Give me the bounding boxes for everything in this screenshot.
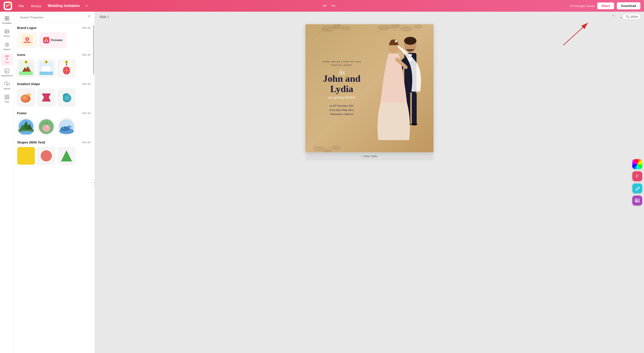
sidebar-item-objects-label: Objects — [3, 48, 10, 50]
svg-rect-41 — [66, 63, 67, 65]
shapes-grid — [17, 147, 92, 165]
edit-icon[interactable]: ✏ — [86, 4, 88, 8]
icon-2[interactable]: ♥ — [37, 59, 55, 77]
slide-label: Slide 1 — [99, 15, 109, 19]
undo-button[interactable]: ↩ — [323, 3, 327, 9]
brand-logos-see-all[interactable]: See all › — [82, 26, 92, 29]
frame-3[interactable] — [58, 118, 76, 136]
draw-tool[interactable] — [632, 183, 642, 193]
color-wheel-tool[interactable] — [632, 159, 642, 169]
font-tool[interactable]: F — [632, 171, 642, 181]
shapes-with-text-section: Shapes (With Text) See all › — [17, 141, 92, 165]
shape-2[interactable] — [37, 147, 55, 165]
svg-rect-39 — [40, 72, 53, 75]
canvas-area: 🔍 101% Slide 1 ⌃ ⌄ ⧉ ⊞ — [95, 12, 644, 353]
sidebar-item-text[interactable]: Text — [1, 53, 13, 65]
sidebar-item-background[interactable]: BG Background — [1, 66, 13, 79]
search-input[interactable] — [17, 14, 84, 21]
brand-logos-title: Brand Logos — [17, 26, 36, 30]
gradient-shape-3[interactable] — [58, 88, 76, 106]
search-bar — [14, 12, 94, 23]
zoom-value: 101% — [630, 15, 638, 18]
icons-title: Icons — [17, 53, 26, 57]
slide-toolbar: Slide 1 ⌃ ⌄ ⧉ ⊞ — [95, 12, 644, 22]
svg-rect-34 — [19, 72, 33, 75]
gradient-shape-see-all[interactable]: See all › — [82, 82, 92, 85]
sidebar-item-text-label: Text — [5, 61, 9, 63]
gradient-shape-1[interactable] — [17, 88, 35, 106]
app-logo[interactable]: P — [4, 1, 12, 10]
photo-edit-tool[interactable] — [632, 196, 642, 205]
sidebar-item-upload[interactable]: Upload — [1, 79, 13, 92]
wedding-card[interactable]: COME AND BE A PART OF THISMAGICAL UNION … — [305, 24, 434, 152]
brand-logo-2[interactable]: Picmaker — [40, 32, 66, 48]
card-text-area: COME AND BE A PART OF THISMAGICAL UNION … — [305, 24, 376, 152]
svg-rect-19 — [8, 97, 9, 99]
shapes-with-text-title: Shapes (With Text) — [17, 141, 45, 144]
svg-rect-16 — [5, 95, 6, 97]
svg-rect-54 — [18, 131, 34, 134]
download-button[interactable]: Download — [617, 2, 640, 9]
icon-3[interactable]: ♥ — [58, 59, 76, 77]
icons-section: Icons See all › ♥ — [17, 53, 92, 77]
brand-logo-1[interactable] — [17, 32, 37, 48]
sidebar-item-templates-label: Templates — [2, 22, 12, 24]
sidebar-icons: Templates Photos Objects Text — [0, 12, 14, 353]
brand-logos-section: Brand Logos See all › — [17, 26, 92, 48]
filter-button[interactable] — [86, 14, 92, 21]
svg-point-30 — [47, 40, 48, 42]
sidebar-item-templates[interactable]: Templates — [1, 14, 13, 26]
svg-point-83 — [411, 123, 418, 125]
svg-point-64 — [41, 150, 52, 161]
frame-1[interactable] — [17, 118, 35, 136]
topbar-right: All Changes Saved Share Download — [570, 2, 640, 9]
gradient-shape-2[interactable] — [37, 88, 55, 106]
sidebar-item-photos[interactable]: Photos — [1, 27, 13, 39]
svg-point-62 — [63, 128, 64, 128]
menu-resize[interactable]: Resize — [29, 3, 43, 9]
svg-rect-6 — [7, 19, 9, 20]
shapes-with-text-see-all[interactable]: See all › — [82, 141, 92, 144]
svg-point-56 — [42, 125, 50, 132]
slide-up-button[interactable]: ⌃ — [610, 14, 616, 20]
shape-1[interactable] — [17, 147, 35, 165]
icon-1[interactable]: ♥ — [17, 59, 35, 77]
sidebar-item-objects[interactable]: Objects — [1, 40, 13, 52]
card-hitched: are getting hitched — [312, 95, 372, 99]
couple-illustration — [370, 24, 434, 152]
topbar-left: P File Resize Wedding invitation ✏ — [4, 1, 88, 10]
share-button[interactable]: Share — [597, 2, 614, 9]
svg-point-29 — [44, 40, 46, 42]
sidebar-item-upload-label: Upload — [3, 87, 10, 90]
menu-file[interactable]: File — [17, 3, 26, 9]
topbar: P File Resize Wedding invitation ✏ ↩ ↪ A… — [0, 0, 644, 12]
card-subtitle: COME AND BE A PART OF THISMAGICAL UNION — [312, 60, 372, 67]
redo-button[interactable]: ↪ — [331, 3, 335, 9]
zoom-indicator: 🔍 101% — [623, 14, 640, 19]
sidebar-item-apps[interactable]: Apps — [1, 92, 13, 105]
svg-rect-17 — [8, 95, 9, 97]
couple-svg — [370, 24, 434, 152]
svg-rect-3 — [5, 16, 7, 18]
gradient-shape-section: Gradient shape See all › — [17, 82, 92, 106]
topbar-center: ↩ ↪ — [323, 3, 335, 9]
canvas-wrapper: COME AND BE A PART OF THISMAGICAL UNION … — [95, 22, 644, 353]
sidebar-item-photos-label: Photos — [4, 35, 10, 37]
sidebar-item-apps-label: Apps — [4, 100, 10, 103]
new-slide-button[interactable]: + New Slide — [305, 152, 434, 160]
svg-point-9 — [5, 43, 9, 46]
shape-3[interactable] — [58, 147, 76, 165]
card-names: John andLydia — [312, 73, 372, 94]
frame-2[interactable] — [37, 118, 55, 136]
svg-point-57 — [46, 125, 48, 128]
panel-scrollbar[interactable] — [93, 25, 94, 74]
svg-rect-81 — [412, 93, 417, 124]
frame-title: Frame — [17, 111, 26, 115]
properties-panel: Brand Logos See all › — [14, 12, 95, 353]
frame-see-all[interactable]: See all › — [82, 112, 92, 115]
document-title[interactable]: Wedding invitation — [48, 4, 80, 8]
frame-section: Frame See all › — [17, 111, 92, 136]
svg-point-10 — [6, 44, 8, 45]
icons-see-all[interactable]: See all › — [82, 53, 92, 56]
svg-point-86 — [395, 40, 396, 41]
